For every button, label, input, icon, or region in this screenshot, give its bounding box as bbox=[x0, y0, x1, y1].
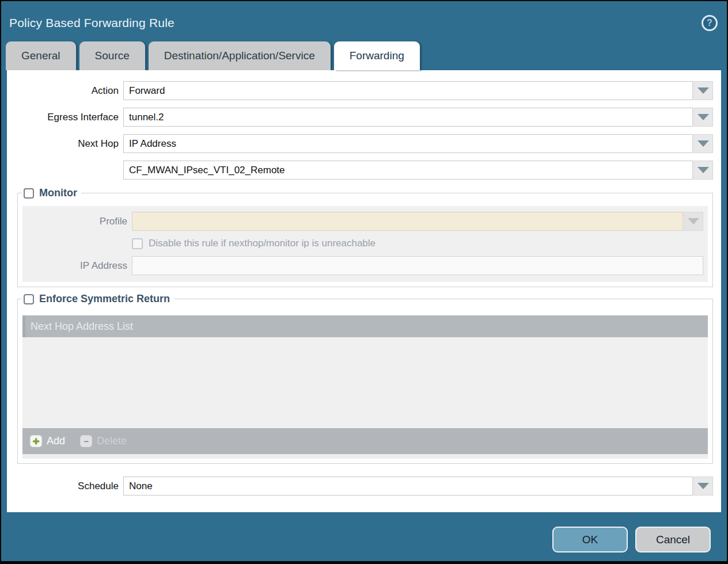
egress-interface-row: Egress Interface tunnel.2 bbox=[7, 108, 713, 127]
chevron-down-icon bbox=[697, 114, 709, 120]
profile-label: Profile bbox=[22, 216, 127, 227]
schedule-row: Schedule None bbox=[7, 477, 713, 496]
plus-icon: ✚ bbox=[30, 435, 42, 447]
forwarding-tab-panel: Action Forward Egress Interface tunnel.2… bbox=[7, 70, 721, 512]
action-dropdown: Forward bbox=[123, 81, 713, 100]
schedule-value[interactable]: None bbox=[123, 477, 693, 496]
disable-rule-label: Disable this rule if nexthop/monitor ip … bbox=[149, 238, 376, 249]
chevron-down-icon bbox=[697, 167, 709, 173]
next-hop-address-row: CF_MWAN_IPsec_VTI_02_Remote bbox=[7, 161, 713, 180]
chevron-down-icon bbox=[697, 483, 709, 489]
action-value[interactable]: Forward bbox=[123, 81, 693, 100]
schedule-label: Schedule bbox=[7, 481, 119, 492]
minus-icon: − bbox=[80, 435, 92, 447]
cancel-button[interactable]: Cancel bbox=[635, 527, 711, 552]
monitor-ip-input bbox=[132, 256, 703, 275]
disable-rule-checkbox bbox=[132, 238, 143, 249]
enforce-symmetric-return-checkbox[interactable] bbox=[24, 294, 34, 304]
monitor-legend: Monitor bbox=[22, 187, 81, 199]
next-hop-address-dropdown-button[interactable] bbox=[693, 161, 713, 180]
pbf-rule-dialog: Policy Based Forwarding Rule ? General S… bbox=[0, 0, 728, 564]
title-bar: Policy Based Forwarding Rule ? bbox=[1, 1, 727, 41]
action-row: Action Forward bbox=[7, 81, 713, 100]
schedule-dropdown: None bbox=[123, 477, 713, 496]
action-dropdown-button[interactable] bbox=[693, 81, 713, 100]
delete-button: − Delete bbox=[80, 435, 127, 447]
egress-interface-label: Egress Interface bbox=[7, 112, 119, 123]
table-body-empty bbox=[22, 337, 708, 428]
next-hop-dropdown-button[interactable] bbox=[693, 134, 713, 153]
next-hop-dropdown: IP Address bbox=[123, 134, 713, 153]
next-hop-label: Next Hop bbox=[7, 138, 119, 150]
disable-rule-row: Disable this rule if nexthop/monitor ip … bbox=[132, 238, 703, 249]
enforce-legend-label: Enforce Symmetric Return bbox=[39, 293, 170, 305]
delete-button-label: Delete bbox=[97, 435, 127, 447]
table-toolbar: ✚ Add − Delete bbox=[22, 428, 708, 454]
enforce-legend: Enforce Symmetric Return bbox=[22, 293, 174, 305]
profile-row: Profile bbox=[22, 212, 703, 231]
monitor-ip-row: IP Address bbox=[22, 256, 703, 275]
chevron-down-icon bbox=[697, 140, 709, 147]
action-label: Action bbox=[7, 85, 119, 97]
schedule-dropdown-button[interactable] bbox=[693, 477, 713, 496]
add-button[interactable]: ✚ Add bbox=[30, 435, 65, 447]
next-hop-value[interactable]: IP Address bbox=[123, 134, 693, 153]
egress-interface-dropdown-button[interactable] bbox=[693, 108, 713, 127]
profile-value bbox=[132, 212, 683, 231]
add-button-label: Add bbox=[47, 435, 65, 447]
monitor-ip-label: IP Address bbox=[22, 260, 127, 272]
next-hop-address-dropdown: CF_MWAN_IPsec_VTI_02_Remote bbox=[123, 161, 713, 180]
tab-source[interactable]: Source bbox=[79, 41, 145, 70]
tab-strip: General Source Destination/Application/S… bbox=[1, 41, 727, 70]
table-header: Next Hop Address List bbox=[22, 315, 708, 337]
next-hop-address-list-table: Next Hop Address List ✚ Add − Delete bbox=[22, 315, 708, 459]
dialog-footer: OK Cancel bbox=[1, 512, 727, 561]
profile-dropdown bbox=[132, 212, 703, 231]
help-icon[interactable]: ? bbox=[702, 15, 718, 31]
dialog-title: Policy Based Forwarding Rule bbox=[9, 16, 175, 30]
chevron-down-icon bbox=[688, 218, 699, 224]
table-bottom-strip bbox=[22, 454, 708, 459]
monitor-checkbox[interactable] bbox=[24, 188, 34, 199]
egress-interface-value[interactable]: tunnel.2 bbox=[123, 108, 693, 127]
egress-interface-dropdown: tunnel.2 bbox=[123, 108, 713, 127]
next-hop-row: Next Hop IP Address bbox=[7, 134, 713, 153]
monitor-disabled-panel: Profile Disable this rule if nexthop/mon… bbox=[22, 206, 708, 282]
next-hop-address-value[interactable]: CF_MWAN_IPsec_VTI_02_Remote bbox=[123, 161, 693, 180]
chevron-down-icon bbox=[697, 87, 709, 94]
enforce-symmetric-return-group: Enforce Symmetric Return Next Hop Addres… bbox=[17, 293, 713, 464]
tab-general[interactable]: General bbox=[6, 41, 76, 70]
profile-dropdown-button bbox=[684, 212, 703, 231]
monitor-group: Monitor Profile Disable this rule if nex… bbox=[17, 187, 713, 287]
monitor-legend-label: Monitor bbox=[39, 187, 77, 199]
tab-forwarding[interactable]: Forwarding bbox=[334, 41, 420, 70]
tab-destination-application-service[interactable]: Destination/Application/Service bbox=[149, 41, 331, 70]
ok-button[interactable]: OK bbox=[552, 527, 628, 552]
